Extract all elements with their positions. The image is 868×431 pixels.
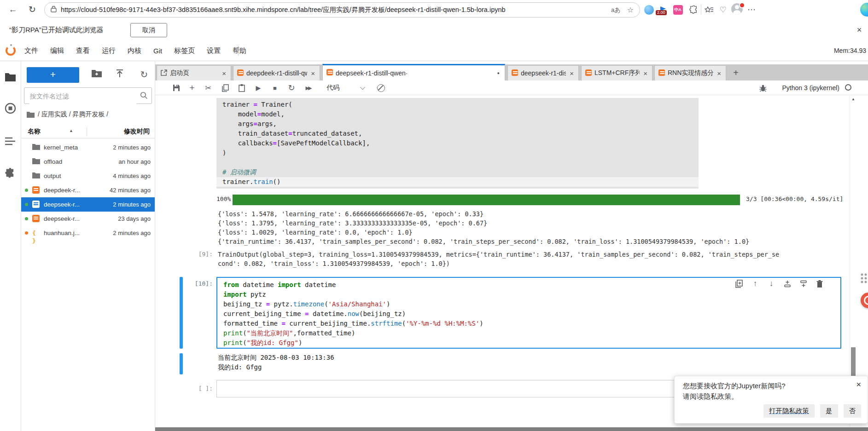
menu-tabs[interactable]: 标签页 <box>168 46 201 55</box>
running-kernels-icon[interactable] <box>5 103 17 115</box>
new-folder-icon[interactable] <box>91 69 103 81</box>
restart-kernel-button[interactable]: ↻ <box>286 82 297 93</box>
menu-view[interactable]: 查看 <box>70 46 96 55</box>
file-row-output[interactable]: output 4 minutes ago <box>21 169 155 183</box>
breadcrumb-path[interactable]: / 应用实践 / 昇腾开发板 / <box>38 110 108 119</box>
tab-close-icon[interactable]: × <box>221 69 227 77</box>
interrupt-kernel-button[interactable]: ■ <box>269 82 280 93</box>
breadcrumb[interactable]: / 应用实践 / 昇腾开发板 / <box>27 109 108 120</box>
copy-cell-button[interactable] <box>220 82 231 93</box>
tab-close-icon[interactable]: × <box>642 69 648 77</box>
kernel-status-icon[interactable] <box>845 84 851 91</box>
insert-cell-above-icon[interactable] <box>783 279 792 288</box>
url-text[interactable]: https://cloud-510fe98c-9171-44e3-bf37-3d… <box>61 6 611 14</box>
input-prompt-10: [10]: <box>190 280 213 287</box>
extension-sider-icon[interactable] <box>643 4 654 15</box>
progress-status: 3/3 [00:36<00:00, 4.59s/it] <box>746 195 843 202</box>
table-of-contents-icon[interactable] <box>5 137 17 149</box>
file-filter-box[interactable] <box>24 87 152 104</box>
favorite-star-icon[interactable]: ☆ <box>627 6 634 14</box>
tab-close-icon[interactable]: × <box>716 69 722 77</box>
drag-handle-icon[interactable] <box>860 272 868 284</box>
cell-collapser[interactable] <box>180 277 183 349</box>
tab-notebook-1[interactable]: deepdeek-r1-distill-qwen × <box>233 65 320 80</box>
column-name[interactable]: 名称 <box>28 127 41 136</box>
folder-icon <box>32 172 40 180</box>
move-cell-up-icon[interactable]: ↑ <box>751 279 760 288</box>
paste-cell-button[interactable] <box>236 82 247 93</box>
output-prompt-9: [9]: <box>192 251 213 258</box>
file-row-notebook-3[interactable]: deepseek-r... 23 days ago <box>21 212 155 226</box>
browser-reload-button[interactable]: ↻ <box>26 4 39 16</box>
screen: ← ↻ https://cloud-510fe98c-9171-44e3-bf3… <box>0 0 868 431</box>
file-browser-icon[interactable] <box>5 72 17 84</box>
notebook-icon <box>326 69 333 77</box>
insert-cell-button[interactable]: + <box>186 82 198 93</box>
refresh-files-icon[interactable]: ↻ <box>138 69 150 81</box>
code-cell-trainer[interactable]: trainer = Trainer( model=model, args=arg… <box>216 98 699 189</box>
column-modified[interactable]: 修改时间 <box>124 127 150 136</box>
address-bar[interactable]: https://cloud-510fe98c-9171-44e3-bf37-3d… <box>44 2 640 17</box>
restart-run-all-button[interactable]: ▶▶ <box>303 82 314 93</box>
yes-button[interactable]: 是 <box>820 404 838 418</box>
insert-cell-below-icon[interactable] <box>799 279 808 288</box>
folder-icon <box>32 144 40 151</box>
circle-slash-icon[interactable] <box>375 82 386 93</box>
file-row-json[interactable]: { } huanhuan.j... 2 minutes ago <box>21 226 155 240</box>
tab-lstm-crf[interactable]: LSTM+CRF序列标注.ipynb × <box>581 65 652 80</box>
save-button[interactable] <box>171 82 182 93</box>
sort-ascending-icon[interactable]: ▲ <box>69 128 73 133</box>
menu-edit[interactable]: 编辑 <box>44 46 70 55</box>
tab-notebook-3[interactable]: deepseek-r1-distill-qwen· × <box>507 65 579 80</box>
extension-manager-icon[interactable] <box>5 168 17 180</box>
chevron-down-icon[interactable] <box>357 82 368 93</box>
menu-settings[interactable]: 设置 <box>201 46 227 55</box>
run-cell-button[interactable]: ▶ <box>253 82 264 93</box>
scroll-up-arrow[interactable]: ▲ <box>850 97 856 101</box>
menu-kernel[interactable]: 内核 <box>122 46 147 55</box>
translate-page-icon[interactable]: aあ <box>611 6 621 14</box>
tab-notebook-active[interactable]: deepseek-r1-distill-qwen· ● <box>322 64 505 80</box>
move-cell-down-icon[interactable]: ↓ <box>767 279 776 288</box>
notification-close-icon[interactable]: × <box>854 24 865 35</box>
browser-essentials-icon[interactable]: ♡ <box>717 4 728 15</box>
tab-launcher[interactable]: 启动页 × <box>157 65 231 80</box>
cut-cell-button[interactable]: ✂ <box>203 82 214 93</box>
new-tab-button[interactable]: + <box>729 65 743 80</box>
debugger-bug-icon[interactable] <box>757 82 769 93</box>
menu-file[interactable]: 文件 <box>18 46 44 55</box>
new-launcher-button[interactable]: + <box>27 67 79 83</box>
file-list-header[interactable]: 名称 ▲ 修改时间 <box>21 125 155 138</box>
menu-git[interactable]: Git <box>147 47 168 55</box>
menu-help[interactable]: 帮助 <box>227 46 252 55</box>
open-privacy-policy-button[interactable]: 打开隐私政策 <box>763 404 815 418</box>
no-button[interactable]: 否 <box>844 404 862 418</box>
file-row-notebook-selected[interactable]: deepseek-r... 2 minutes ago <box>21 197 155 212</box>
menu-run[interactable]: 运行 <box>96 46 122 55</box>
profile-notification-dot <box>739 2 745 8</box>
extension-translate-icon[interactable]: 中A <box>672 4 683 15</box>
tab-rnn[interactable]: RNN实现情感分类.ipynb × <box>654 65 726 80</box>
duplicate-cell-icon[interactable] <box>734 279 744 288</box>
delete-cell-icon[interactable] <box>815 279 824 288</box>
cancel-debug-button[interactable]: 取消 <box>130 23 167 37</box>
scrollbar-thumb[interactable] <box>851 347 856 376</box>
upload-icon[interactable] <box>115 69 127 81</box>
browser-menu-icon[interactable]: ⋯ <box>746 4 757 15</box>
favorites-bar-icon[interactable] <box>704 4 715 15</box>
file-row-offload[interactable]: offload an hour ago <box>21 155 155 169</box>
file-filter-input[interactable] <box>29 88 137 104</box>
copilot-icon[interactable] <box>860 3 868 17</box>
kernel-name-button[interactable]: Python 3 (ipykernel) <box>782 80 839 95</box>
browser-back-button[interactable]: ← <box>6 4 19 16</box>
tab-close-icon[interactable]: × <box>310 69 316 77</box>
file-row-notebook-1[interactable]: deepdeek-r... 42 minutes ago <box>21 183 155 197</box>
unsaved-dot-icon[interactable]: ● <box>496 71 501 75</box>
menubar-divider <box>238 46 239 56</box>
toast-close-icon[interactable]: × <box>856 380 861 390</box>
tab-close-icon[interactable]: × <box>569 69 575 77</box>
extensions-puzzle-icon[interactable] <box>688 4 699 15</box>
output-collapser[interactable] <box>180 353 183 374</box>
file-row-kernel-meta[interactable]: kernel_meta 2 minutes ago <box>21 140 155 155</box>
activity-bar <box>0 61 21 431</box>
